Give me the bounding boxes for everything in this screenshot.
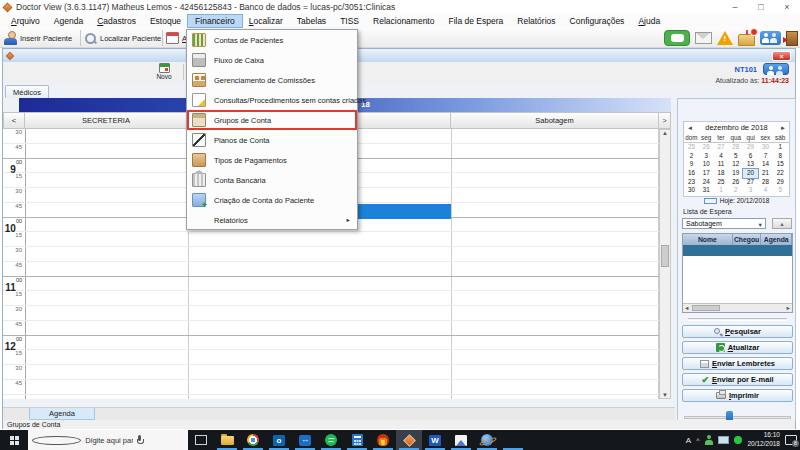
menu-tiss[interactable]: TISS bbox=[333, 15, 366, 27]
schedule-cell[interactable] bbox=[452, 336, 658, 349]
schedule-cell[interactable] bbox=[452, 380, 658, 394]
calendar-today[interactable]: Hoje: 20/12/2018 bbox=[684, 195, 789, 206]
calendar-day[interactable]: 5 bbox=[773, 186, 788, 195]
taskbar-planet-icon[interactable] bbox=[474, 430, 500, 450]
schedule-cell[interactable] bbox=[452, 129, 658, 143]
schedule-cell[interactable] bbox=[26, 350, 188, 364]
calendar-day[interactable]: 12 bbox=[728, 160, 743, 169]
taskbar-pink-app-icon[interactable] bbox=[500, 430, 526, 450]
menu-item-criacao-de-conta-do-paciente[interactable]: Criação de Conta do Paciente bbox=[187, 190, 357, 210]
enviar-por-e-mail-button[interactable]: ✔Enviar por E-mail bbox=[682, 373, 793, 386]
menu-financeiro[interactable]: Financeiro bbox=[188, 15, 242, 27]
input-indicator-icon[interactable]: A bbox=[686, 436, 691, 445]
calendar-day[interactable]: 30 bbox=[684, 186, 699, 195]
schedule-cell[interactable] bbox=[26, 336, 188, 349]
notification-center-icon[interactable]: 8 bbox=[785, 435, 797, 445]
schedule-cell[interactable] bbox=[26, 380, 188, 394]
calendar-day[interactable]: 27 bbox=[714, 143, 729, 152]
schedule-cell[interactable] bbox=[26, 218, 188, 231]
taskbar-doctorview-icon[interactable] bbox=[396, 430, 422, 450]
calendar-day[interactable]: 31 bbox=[699, 186, 714, 195]
schedule-cell[interactable] bbox=[189, 291, 451, 305]
schedule-cell[interactable] bbox=[452, 306, 658, 320]
schedule-cell[interactable] bbox=[452, 173, 658, 187]
calendar-day[interactable]: 17 bbox=[699, 169, 714, 178]
schedule-cell[interactable] bbox=[452, 262, 658, 276]
schedule-cell[interactable] bbox=[452, 203, 658, 217]
schedule-cell[interactable] bbox=[189, 306, 451, 320]
panel-splitter[interactable] bbox=[688, 318, 787, 321]
schedule-cell[interactable] bbox=[452, 321, 658, 335]
tray-chevron-icon[interactable]: ^ bbox=[696, 437, 699, 444]
calendar-day-selected[interactable]: 20 bbox=[743, 169, 758, 178]
col-chegou[interactable]: Chegou bbox=[733, 234, 762, 245]
schedule-cell[interactable] bbox=[26, 306, 188, 320]
menu-agenda[interactable]: Agenda bbox=[47, 15, 90, 27]
schedule-cell[interactable] bbox=[26, 144, 188, 158]
menu-cadastros[interactable]: Cadastros bbox=[90, 15, 143, 27]
calendar-day[interactable]: 9 bbox=[684, 160, 699, 169]
schedule-cell[interactable] bbox=[26, 262, 188, 276]
scroll-left-button[interactable]: < bbox=[3, 112, 25, 129]
schedule-cell[interactable] bbox=[452, 247, 658, 261]
schedule-cell[interactable] bbox=[452, 291, 658, 305]
calendar-day[interactable]: 11 bbox=[714, 160, 729, 169]
calendar-day[interactable]: 3 bbox=[743, 186, 758, 195]
calendar-day[interactable]: 2 bbox=[684, 152, 699, 161]
novo-button[interactable]: Novo bbox=[147, 63, 181, 82]
taskbar-outlook-icon[interactable]: o bbox=[266, 430, 292, 450]
menu-tabelas[interactable]: Tabelas bbox=[290, 15, 333, 27]
col-nome[interactable]: Nome bbox=[683, 234, 733, 245]
schedule-cell[interactable] bbox=[26, 203, 188, 217]
schedule-cell[interactable] bbox=[452, 218, 658, 231]
taskbar-spotify-icon[interactable] bbox=[318, 430, 344, 450]
birthday-icon[interactable] bbox=[738, 34, 755, 46]
agenda-window-close-button[interactable]: × bbox=[772, 51, 791, 61]
schedule-cell[interactable] bbox=[452, 188, 658, 202]
calendar-day[interactable]: 13 bbox=[743, 160, 758, 169]
pesquisar-button[interactable]: Pesquisar bbox=[682, 325, 793, 338]
calendar-day[interactable]: 26 bbox=[699, 143, 714, 152]
calendar-day[interactable]: 7 bbox=[758, 152, 773, 161]
column-header-sabotagem[interactable]: Sabotagem bbox=[451, 112, 659, 129]
menu-item-relatorios[interactable]: Relatórios► bbox=[187, 210, 357, 230]
menu-item-consultas-procedimentos-sem-contas-criadas[interactable]: Consultas/Procedimentos sem contas criad… bbox=[187, 90, 357, 110]
schedule-cell[interactable] bbox=[26, 247, 188, 261]
localizar-paciente-button[interactable]: Localizar Paciente bbox=[84, 30, 161, 46]
menu-arquivo[interactable]: Arquivo bbox=[4, 15, 47, 27]
calendar-day[interactable]: 29 bbox=[773, 178, 788, 187]
calendar-day[interactable]: 27 bbox=[743, 178, 758, 187]
task-view-button[interactable] bbox=[188, 430, 214, 450]
calendar-day[interactable]: 25 bbox=[684, 143, 699, 152]
calendar-day[interactable]: 16 bbox=[684, 169, 699, 178]
schedule-cell[interactable] bbox=[189, 321, 451, 335]
imprimir-button[interactable]: Imprimir bbox=[682, 389, 793, 402]
enviar-lembretes-button[interactable]: Enviar Lembretes bbox=[682, 357, 793, 370]
calendar-day[interactable]: 2 bbox=[728, 186, 743, 195]
maximize-button[interactable]: □ bbox=[748, 2, 774, 12]
calendar-day[interactable]: 28 bbox=[758, 178, 773, 187]
taskbar-photos-icon[interactable] bbox=[448, 430, 474, 450]
calendar-day[interactable]: 23 bbox=[684, 178, 699, 187]
menu-relacionamento[interactable]: Relacionamento bbox=[366, 15, 441, 27]
menu-configuracoes[interactable]: Configurações bbox=[563, 15, 632, 27]
menu-ajuda[interactable]: Ajuda bbox=[631, 15, 667, 27]
calendar-day[interactable]: 19 bbox=[728, 169, 743, 178]
calendar-day[interactable]: 6 bbox=[743, 152, 758, 161]
schedule-cell[interactable] bbox=[26, 232, 188, 246]
menu-item-fluxo-de-caixa[interactable]: Fluxo de Caixa bbox=[187, 50, 357, 70]
schedule-cell[interactable] bbox=[452, 277, 658, 290]
tray-person-icon[interactable] bbox=[704, 435, 713, 445]
calendar-day[interactable]: 21 bbox=[758, 169, 773, 178]
schedule-cell[interactable] bbox=[189, 247, 451, 261]
scroll-down-icon[interactable]: ▼ bbox=[660, 392, 670, 398]
schedule-cell[interactable] bbox=[26, 291, 188, 305]
scroll-left-icon[interactable]: ◄ bbox=[684, 305, 689, 311]
close-button[interactable]: × bbox=[774, 2, 800, 12]
mail-icon[interactable] bbox=[695, 32, 712, 44]
exit-icon[interactable] bbox=[786, 31, 798, 46]
schedule-cell[interactable] bbox=[26, 365, 188, 379]
menu-estoque[interactable]: Estoque bbox=[143, 15, 188, 27]
scrollbar-thumb[interactable] bbox=[692, 305, 720, 311]
menu-item-gerenciamento-de-comissoes[interactable]: Gerenciamento de Comissões bbox=[187, 70, 357, 90]
